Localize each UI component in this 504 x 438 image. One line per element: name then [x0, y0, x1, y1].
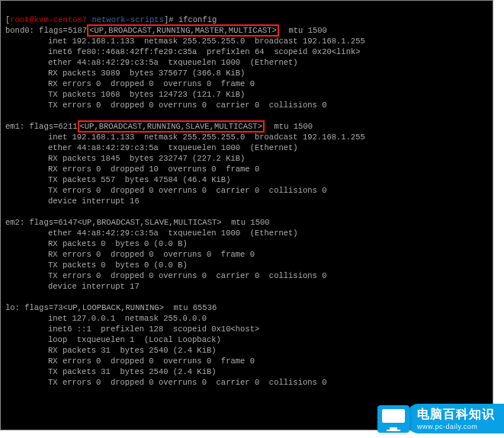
em2-line: ether 44:a8:42:29:c3:5a txqueuelen 1000 …	[48, 229, 298, 238]
bond0-line: TX packets 1068 bytes 124723 (121.7 KiB)	[48, 90, 245, 99]
iface-em1-header: em1: flags=6211<UP,BROADCAST,RUNNING,SLA…	[5, 122, 313, 131]
bond0-line: RX errors 0 dropped 0 overruns 0 frame 0	[48, 79, 255, 88]
bond0-line: RX packets 3089 bytes 375677 (366.8 KiB)	[48, 69, 245, 78]
terminal-output: [root@kvm-centos7 network-scripts]# ifco…	[0, 0, 493, 430]
watermark-badge: 电脑百科知识 www.pc-daily.com	[377, 404, 504, 433]
watermark-text: 电脑百科知识 www.pc-daily.com	[406, 404, 504, 433]
em1-line: TX packets 557 bytes 47584 (46.4 KiB)	[48, 175, 230, 184]
em2-line: RX errors 0 dropped 0 overruns 0 frame 0	[48, 250, 255, 259]
lo-line: RX errors 0 dropped 0 overruns 0 frame 0	[48, 356, 255, 366]
bond0-line: ether 44:a8:42:29:c3:5a txqueuelen 1000 …	[48, 58, 298, 67]
highlight-box-em1-flags: <UP,BROADCAST,RUNNING,SLAVE,MULTICAST>	[78, 120, 265, 133]
bond0-line: inet6 fe80::46a8:42ff:fe29:c35a prefixle…	[48, 47, 361, 56]
monitor-icon	[377, 405, 409, 433]
em2-line: TX packets 0 bytes 0 (0.0 B)	[48, 261, 188, 270]
em2-line: TX errors 0 dropped 0 overruns 0 carrier…	[48, 271, 326, 280]
bond0-line: TX errors 0 dropped 0 overruns 0 carrier…	[48, 101, 326, 110]
shell-prompt: [root@kvm-centos7 network-scripts]#	[5, 15, 178, 24]
em2-line: RX packets 0 bytes 0 (0.0 B)	[48, 239, 188, 248]
em1-line: inet 192.168.1.133 netmask 255.255.255.0…	[48, 133, 365, 142]
em1-line: RX packets 1845 bytes 232747 (227.2 KiB)	[48, 154, 245, 163]
lo-line: inet 127.0.0.1 netmask 255.0.0.0	[48, 314, 207, 323]
em1-line: ether 44:a8:42:29:c3:5a txqueuelen 1000 …	[48, 143, 298, 152]
bond0-line: inet 192.168.1.133 netmask 255.255.255.0…	[48, 37, 365, 46]
lo-line: inet6 ::1 prefixlen 128 scopeid 0x10<hos…	[48, 325, 259, 334]
em1-line: RX errors 0 dropped 10 overruns 0 frame …	[48, 165, 259, 174]
lo-line: RX packets 31 bytes 2540 (2.4 KiB)	[48, 346, 217, 355]
highlight-box-bond0-flags: <UP,BROADCAST,RUNNING,MASTER,MULTICAST>	[87, 24, 279, 37]
lo-line: loop txqueuelen 1 (Local Loopback)	[48, 335, 221, 344]
lo-line: TX packets 31 bytes 2540 (2.4 KiB)	[48, 367, 217, 376]
em1-line: device interrupt 16	[48, 197, 140, 206]
em1-line: TX errors 0 dropped 0 overruns 0 carrier…	[48, 186, 326, 195]
iface-bond0-header: bond0: flags=5187<UP,BROADCAST,RUNNING,M…	[5, 26, 327, 35]
command-text: ifconfig	[178, 15, 217, 24]
iface-lo-header: lo: flags=73<UP,LOOPBACK,RUNNING> mtu 65…	[5, 303, 217, 312]
lo-line: TX errors 0 dropped 0 overruns 0 carrier…	[48, 378, 326, 387]
em2-line: device interrupt 17	[48, 282, 140, 291]
iface-em2-header: em2: flags=6147<UP,BROADCAST,SLAVE,MULTI…	[5, 218, 270, 227]
